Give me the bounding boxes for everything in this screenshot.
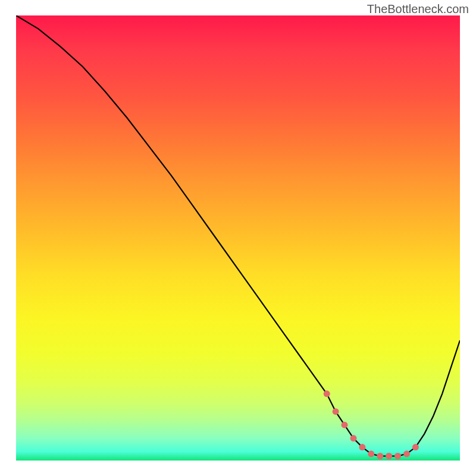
- watermark-text: TheBottleneck.com: [367, 2, 469, 16]
- bottleneck-curve: [16, 15, 460, 456]
- chart-svg: [16, 15, 460, 461]
- highlight-dot: [359, 444, 365, 450]
- highlight-dot: [368, 450, 374, 457]
- highlight-dot: [350, 435, 357, 441]
- highlight-dot: [324, 390, 330, 397]
- highlight-dot: [412, 444, 419, 450]
- highlight-dots-group: [324, 390, 419, 459]
- highlight-dot: [377, 453, 383, 459]
- highlight-dot: [333, 408, 339, 415]
- highlight-dot: [394, 453, 401, 459]
- highlight-dot: [342, 422, 348, 428]
- highlight-dot: [386, 453, 392, 459]
- highlight-dot: [403, 450, 410, 457]
